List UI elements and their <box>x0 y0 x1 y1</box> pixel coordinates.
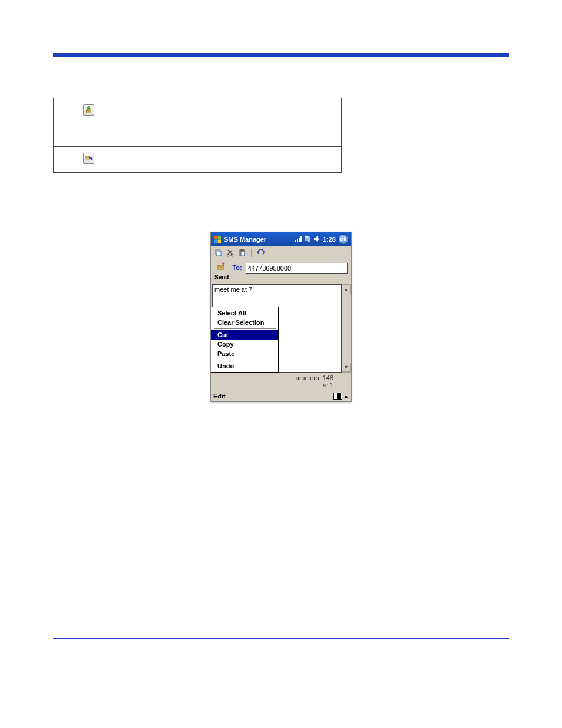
menu-separator <box>214 328 276 329</box>
edit-menu[interactable]: Edit <box>213 393 226 400</box>
window-title: SMS Manager <box>224 236 292 243</box>
scrollbar[interactable]: ▲ ▼ <box>342 284 351 373</box>
send-label: Send <box>214 274 229 281</box>
menu-paste[interactable]: Paste <box>211 349 278 358</box>
status-characters: aracters: 148 <box>296 374 333 381</box>
scroll-down-button[interactable]: ▼ <box>342 363 351 372</box>
svg-marker-12 <box>314 236 318 242</box>
clock-time: 1:28 <box>323 236 336 243</box>
table-full-row <box>54 124 342 147</box>
copy-icon[interactable] <box>214 249 223 257</box>
svg-rect-7 <box>218 240 222 243</box>
to-link[interactable]: To: <box>232 264 242 271</box>
svg-rect-6 <box>214 240 217 243</box>
ok-button[interactable]: ok <box>338 234 349 245</box>
menu-separator <box>214 360 276 360</box>
table-icon-cell <box>54 98 124 124</box>
connectivity-icon <box>304 235 311 243</box>
menu-select-all[interactable]: Select All <box>211 308 278 318</box>
taskbar: Edit ▲ <box>211 390 351 401</box>
footer-rule <box>53 638 509 639</box>
chevron-up-icon: ▲ <box>343 393 349 399</box>
sip-keyboard-button[interactable]: ▲ <box>333 393 349 400</box>
window-titlebar: SMS Manager 1:28 ok <box>211 232 351 246</box>
svg-rect-10 <box>299 238 300 242</box>
keyboard-icon <box>333 393 342 400</box>
svg-rect-11 <box>300 236 302 242</box>
table-desc-cell <box>124 98 342 124</box>
edit-toolbar <box>211 246 351 259</box>
svg-rect-2 <box>87 108 90 110</box>
table-desc-cell <box>124 147 342 173</box>
svg-rect-5 <box>218 236 222 239</box>
paste-icon[interactable] <box>238 249 246 257</box>
start-flag-icon[interactable] <box>213 235 222 243</box>
menu-clear-selection[interactable]: Clear Selection <box>211 318 278 327</box>
header-rule <box>53 53 509 57</box>
svg-rect-20 <box>241 249 243 251</box>
menu-undo[interactable]: Undo <box>211 361 278 371</box>
toolbar-separator <box>251 249 252 257</box>
context-menu: Select All Clear Selection Cut Copy Past… <box>211 307 279 373</box>
status-messages: s: 1 <box>323 381 333 388</box>
svg-rect-14 <box>217 251 221 256</box>
svg-rect-4 <box>214 236 217 239</box>
contacts-icon <box>83 104 94 116</box>
device-screenshot: SMS Manager 1:28 ok <box>210 232 352 402</box>
send-row: Send To: <box>211 259 351 284</box>
cut-icon[interactable] <box>226 249 234 257</box>
scroll-up-button[interactable]: ▲ <box>342 285 351 294</box>
svg-rect-9 <box>297 239 298 242</box>
to-input[interactable] <box>246 263 348 274</box>
message-wrap: ▲ ▼ Select All Clear Selection Cut Copy … <box>211 284 351 373</box>
svg-rect-8 <box>295 240 296 242</box>
send-button[interactable]: Send <box>214 262 229 282</box>
outbox-next-icon <box>83 153 94 164</box>
undo-icon[interactable] <box>256 249 265 257</box>
table-icon-cell <box>54 147 124 173</box>
menu-copy[interactable]: Copy <box>211 340 278 349</box>
status-bar: aracters: 148 s: 1 <box>211 373 351 390</box>
speaker-icon <box>313 235 320 243</box>
signal-icon <box>295 235 302 243</box>
icon-definition-table <box>53 98 342 173</box>
svg-rect-21 <box>241 252 244 256</box>
menu-cut[interactable]: Cut <box>211 330 278 340</box>
send-icon <box>217 262 226 271</box>
